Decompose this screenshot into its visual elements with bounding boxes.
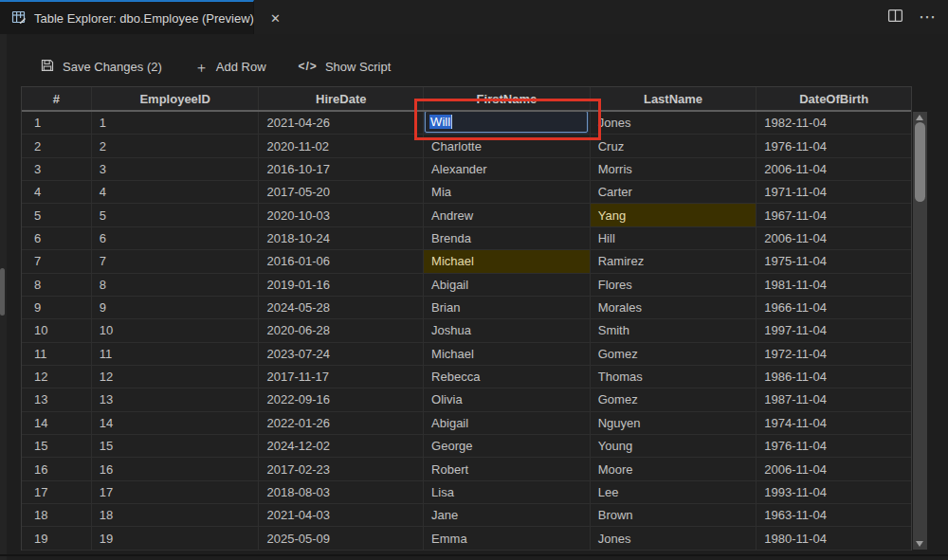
table-cell[interactable]: 1993-11-04 <box>757 481 911 504</box>
table-cell[interactable]: 2021-04-03 <box>259 504 424 527</box>
column-header-dateofbirth[interactable]: DateOfBirth <box>757 87 911 110</box>
scroll-up-icon[interactable] <box>916 115 923 120</box>
table-cell[interactable]: 2006-11-04 <box>757 227 911 250</box>
table-cell[interactable]: Joshua <box>424 319 591 342</box>
table-cell[interactable]: Jones <box>591 112 757 135</box>
table-cell[interactable]: 6 <box>92 227 260 250</box>
table-cell[interactable]: Ramirez <box>591 250 757 273</box>
table-cell[interactable]: Brenda <box>424 227 591 250</box>
table-cell[interactable]: Thomas <box>591 366 757 388</box>
table-cell[interactable]: 14 <box>92 412 260 435</box>
table-cell[interactable]: Smith <box>591 319 757 342</box>
row-number-cell[interactable]: 6 <box>22 227 92 250</box>
table-cell[interactable]: Moore <box>591 458 757 480</box>
scroll-down-icon[interactable] <box>916 541 923 547</box>
table-cell[interactable]: Carter <box>591 181 757 204</box>
table-cell[interactable]: 2022-01-26 <box>259 412 424 435</box>
table-cell[interactable]: 1976-11-04 <box>757 435 911 458</box>
table-cell[interactable]: 2023-07-24 <box>259 343 424 366</box>
tab-close-icon[interactable]: ✕ <box>267 10 283 27</box>
cell-edit-input[interactable]: Will <box>425 112 588 133</box>
table-cell[interactable]: 1997-11-04 <box>757 319 911 342</box>
table-cell[interactable]: 2019-01-16 <box>259 274 424 297</box>
column-header-firstname[interactable]: FirstName <box>424 87 591 110</box>
table-cell[interactable]: 2021-04-26 <box>259 112 424 135</box>
split-editor-icon[interactable] <box>887 8 903 27</box>
table-cell[interactable]: George <box>424 435 591 458</box>
table-cell[interactable]: 3 <box>92 158 260 181</box>
table-cell[interactable]: 17 <box>92 481 260 504</box>
table-cell[interactable]: Charlotte <box>424 135 591 157</box>
table-cell[interactable]: 1976-11-04 <box>757 135 911 157</box>
row-number-cell[interactable]: 1 <box>22 112 92 135</box>
table-cell[interactable]: 2 <box>92 135 260 157</box>
table-cell[interactable]: 1974-11-04 <box>757 412 911 435</box>
table-cell[interactable]: 2017-05-20 <box>259 181 424 204</box>
table-cell[interactable]: Flores <box>591 274 757 297</box>
table-cell[interactable]: 2016-01-06 <box>259 250 424 273</box>
table-cell[interactable]: 8 <box>92 274 260 297</box>
table-cell[interactable]: 2018-08-03 <box>259 481 424 504</box>
table-cell[interactable]: Lisa <box>424 481 591 504</box>
table-cell[interactable]: Lee <box>591 481 757 504</box>
table-cell[interactable]: Young <box>591 435 757 458</box>
column-header-num[interactable]: # <box>22 87 92 110</box>
add-row-button[interactable]: ＋ Add Row <box>194 60 266 74</box>
table-cell[interactable]: Michael <box>424 250 591 273</box>
table-cell[interactable]: Jane <box>424 504 591 527</box>
table-cell[interactable]: 1972-11-04 <box>757 343 911 366</box>
table-cell[interactable]: Brown <box>591 504 757 527</box>
row-number-cell[interactable]: 13 <box>22 388 92 411</box>
row-number-cell[interactable]: 18 <box>22 504 92 527</box>
more-actions-icon[interactable]: ⋯ <box>919 9 937 26</box>
table-cell[interactable]: Morales <box>591 297 757 319</box>
table-cell[interactable]: 1986-11-04 <box>757 366 911 388</box>
row-number-cell[interactable]: 15 <box>22 435 92 458</box>
table-cell[interactable]: 2022-09-16 <box>259 388 424 411</box>
scrollbar-thumb[interactable] <box>915 122 925 202</box>
table-cell[interactable]: 2020-06-28 <box>259 319 424 342</box>
table-cell[interactable]: Robert <box>424 458 591 480</box>
table-cell[interactable]: Gomez <box>591 388 757 411</box>
row-number-cell[interactable]: 16 <box>22 458 92 480</box>
table-cell[interactable]: 9 <box>92 297 260 319</box>
table-cell[interactable]: Alexander <box>424 158 591 181</box>
row-number-cell[interactable]: 12 <box>22 366 92 388</box>
table-cell[interactable]: Andrew <box>424 204 591 226</box>
column-header-employeeid[interactable]: EmployeeID <box>92 87 260 110</box>
table-cell[interactable]: Morris <box>591 158 757 181</box>
table-cell[interactable]: 11 <box>92 343 260 366</box>
table-cell[interactable]: 1975-11-04 <box>757 250 911 273</box>
table-cell[interactable]: 1982-11-04 <box>757 112 911 135</box>
table-cell[interactable]: 2025-05-09 <box>259 527 424 550</box>
table-cell[interactable]: 19 <box>92 527 260 550</box>
table-cell[interactable]: 2020-11-02 <box>259 135 424 157</box>
table-cell[interactable]: 1967-11-04 <box>757 204 911 226</box>
table-cell[interactable]: 2017-02-23 <box>259 458 424 480</box>
tab-table-explorer[interactable]: Table Explorer: dbo.Employee (Preview) ✕ <box>0 0 254 34</box>
table-cell[interactable]: 1980-11-04 <box>757 527 911 550</box>
table-cell[interactable]: 2016-10-17 <box>259 158 424 181</box>
row-number-cell[interactable]: 14 <box>22 412 92 435</box>
table-cell[interactable]: 2024-12-02 <box>259 435 424 458</box>
vertical-scrollbar[interactable] <box>913 112 927 550</box>
table-cell[interactable]: Abigail <box>424 274 591 297</box>
table-cell[interactable]: 5 <box>92 204 260 226</box>
table-cell[interactable]: Cruz <box>591 135 757 157</box>
table-cell[interactable]: 15 <box>92 435 260 458</box>
show-script-button[interactable]: </> Show Script <box>299 60 392 74</box>
row-number-cell[interactable]: 10 <box>22 319 92 342</box>
table-cell[interactable]: Nguyen <box>591 412 757 435</box>
table-cell[interactable]: 1971-11-04 <box>757 181 911 204</box>
table-cell[interactable]: Brian <box>424 297 591 319</box>
table-cell[interactable]: 10 <box>92 319 260 342</box>
table-cell[interactable]: Olivia <box>424 388 591 411</box>
row-number-cell[interactable]: 4 <box>22 181 92 204</box>
table-cell[interactable]: 16 <box>92 458 260 480</box>
table-cell[interactable]: Rebecca <box>424 366 591 388</box>
table-cell[interactable]: 1981-11-04 <box>757 274 911 297</box>
table-cell[interactable]: 7 <box>92 250 260 273</box>
table-cell[interactable]: Abigail <box>424 412 591 435</box>
column-header-hiredate[interactable]: HireDate <box>259 87 424 110</box>
table-cell[interactable]: 4 <box>92 181 260 204</box>
